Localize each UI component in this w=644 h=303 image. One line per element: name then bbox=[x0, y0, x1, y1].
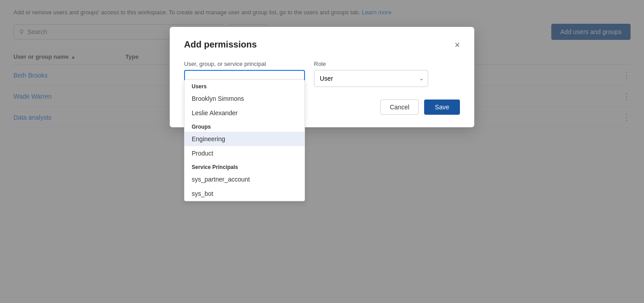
role-field-group: Role User Admin ⌄ bbox=[314, 61, 428, 87]
dropdown-section-header-groups: Groups bbox=[185, 120, 305, 132]
role-field-label: Role bbox=[314, 61, 428, 67]
dropdown-item-sys-partner-account[interactable]: sys_partner_account bbox=[185, 172, 305, 186]
add-permissions-modal: Add permissions × User, group, or servic… bbox=[170, 27, 474, 127]
role-select[interactable]: User Admin bbox=[314, 70, 428, 87]
dropdown-item-leslie-alexander[interactable]: Leslie Alexander bbox=[185, 106, 305, 120]
save-button[interactable]: Save bbox=[424, 100, 460, 115]
dropdown-item-product[interactable]: Product bbox=[185, 146, 305, 160]
modal-overlay: Add permissions × User, group, or servic… bbox=[0, 0, 644, 303]
cancel-button[interactable]: Cancel bbox=[380, 100, 419, 115]
role-select-wrapper: User Admin ⌄ bbox=[314, 70, 428, 87]
dropdown-section-header-service-principals: Service Principals bbox=[185, 160, 305, 172]
modal-close-button[interactable]: × bbox=[455, 40, 460, 49]
dropdown-item-sys-bot[interactable]: sys_bot bbox=[185, 186, 305, 201]
modal-body: User, group, or service principal Users … bbox=[184, 61, 460, 87]
user-dropdown-list: Users Brooklyn Simmons Leslie Alexander … bbox=[184, 79, 305, 201]
user-field-label: User, group, or service principal bbox=[184, 61, 305, 67]
user-field-group: User, group, or service principal Users … bbox=[184, 61, 305, 86]
modal-title: Add permissions bbox=[184, 39, 257, 50]
dropdown-section-header-users: Users bbox=[185, 80, 305, 91]
dropdown-item-engineering[interactable]: Engineering bbox=[185, 132, 305, 146]
dropdown-item-brooklyn-simmons[interactable]: Brooklyn Simmons bbox=[185, 91, 305, 106]
modal-header: Add permissions × bbox=[184, 39, 460, 50]
